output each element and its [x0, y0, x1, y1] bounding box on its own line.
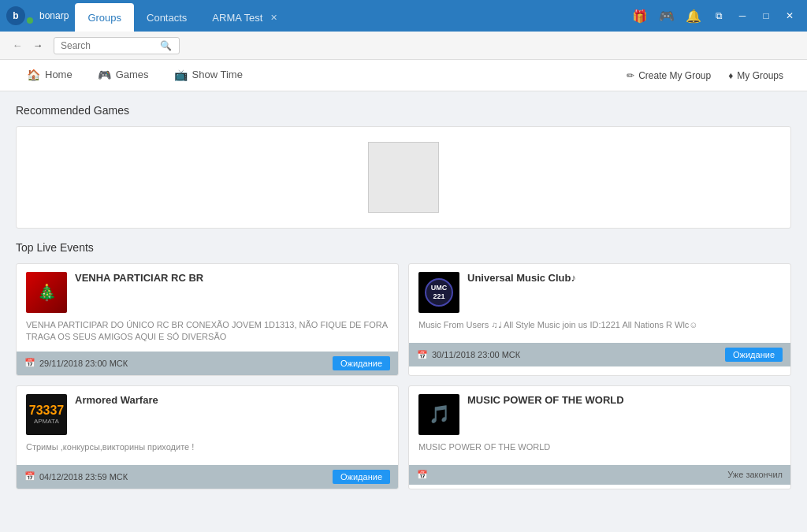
calendar-icon-3: 📅	[417, 470, 428, 480]
my-groups-icon: ♦	[728, 70, 733, 81]
event-header-2: 73337 АРМАТА Armored Warfare	[26, 394, 389, 435]
group-nav-right: ✏ Create My Group ♦ My Groups	[619, 65, 791, 87]
create-group-button[interactable]: ✏ Create My Group	[619, 65, 719, 87]
tab-groups[interactable]: Groups	[75, 3, 134, 32]
calendar-icon-2: 📅	[24, 471, 35, 482]
armored-sub: АРМАТА	[34, 418, 59, 425]
top-live-events-title: Top Live Events	[16, 241, 791, 254]
event-wait-button-1[interactable]: Ожидание	[725, 348, 783, 362]
status-dot	[27, 17, 33, 24]
event-desc-3: MUSIC POWER OF THE WORLD	[418, 441, 781, 453]
event-card-2: 73337 АРМАТА Armored Warfare Стримы ,кон…	[16, 385, 399, 489]
back-button[interactable]: ←	[8, 36, 27, 55]
gnav-showtime[interactable]: 📺 Show Time	[163, 60, 254, 91]
title-bar: b bonarp Groups Contacts ARMA Test ✕ 🎁 🎮…	[0, 0, 807, 32]
event-ended-label: Уже закончил	[727, 470, 783, 479]
event-date-text-2: 04/12/2018 23:59 МСК	[39, 472, 128, 482]
my-groups-label: My Groups	[737, 70, 783, 81]
event-title-1: Universal Music Club♪	[467, 272, 576, 284]
event-thumb-2: 73337 АРМАТА	[26, 394, 67, 435]
calendar-icon-1: 📅	[417, 350, 428, 360]
event-card-body-3: 🎵 MUSIC POWER OF THE WORLD MUSIC POWER O…	[409, 386, 790, 465]
search-input[interactable]	[61, 40, 155, 51]
events-grid: VENHA PARTICIAR RC BR VENHA PARTICIPAR D…	[16, 263, 791, 489]
recommended-games-banner	[16, 126, 791, 229]
gnav-home-label: Home	[45, 69, 73, 80]
event-title-0: VENHA PARTICIAR RC BR	[75, 272, 203, 284]
event-date-1: 📅 30/11/2018 23:00 МСК	[417, 350, 520, 360]
avatar: b	[6, 6, 25, 25]
event-wait-button-0[interactable]: Ожидание	[333, 356, 390, 370]
nav-arrows: ← →	[8, 36, 47, 55]
event-footer-3: 📅 Уже закончил	[409, 465, 790, 485]
music-inner: 🎵	[429, 404, 450, 425]
event-card-3: 🎵 MUSIC POWER OF THE WORLD MUSIC POWER O…	[408, 385, 791, 489]
event-info-2: Armored Warfare	[75, 394, 158, 409]
gamepad-icon[interactable]: 🎮	[659, 9, 675, 24]
tab-groups-label: Groups	[87, 12, 121, 24]
event-header-1: UMC221 Universal Music Club♪	[418, 272, 781, 313]
event-title-2: Armored Warfare	[75, 394, 158, 406]
event-date-text-1: 30/11/2018 23:00 МСК	[432, 350, 520, 359]
calendar-icon-0: 📅	[24, 358, 35, 368]
my-groups-button[interactable]: ♦ My Groups	[720, 65, 791, 87]
recommended-games-title: Recommended Games	[16, 104, 791, 117]
title-bar-icons: 🎁 🎮 🔔	[632, 9, 701, 24]
minimize-button[interactable]: ─	[731, 5, 753, 27]
bell-icon[interactable]: 🔔	[686, 9, 701, 24]
event-date-2: 📅 04/12/2018 23:59 МСК	[24, 471, 128, 482]
username: bonarp	[39, 10, 69, 21]
event-thumb-3: 🎵	[418, 394, 459, 435]
event-card-body-2: 73337 АРМАТА Armored Warfare Стримы ,кон…	[17, 386, 398, 465]
umc-text: UMC221	[431, 284, 448, 301]
window-controls: ⧉ ─ □ ✕	[708, 5, 801, 27]
event-desc-1: Music From Users ♫♩ All Style Music join…	[418, 319, 781, 331]
games-icon: 🎮	[98, 69, 111, 81]
search-icon: 🔍	[160, 40, 172, 51]
gnav-games[interactable]: 🎮 Games	[87, 60, 160, 91]
event-date-text-0: 29/11/2018 23:00 МСК	[39, 359, 128, 368]
event-header-3: 🎵 MUSIC POWER OF THE WORLD	[418, 394, 781, 435]
tab-close-icon[interactable]: ✕	[270, 13, 277, 23]
event-footer-2: 📅 04/12/2018 23:59 МСК Ожидание	[17, 465, 398, 489]
restore-button[interactable]: ⧉	[708, 5, 730, 27]
event-card-1: UMC221 Universal Music Club♪ Music From …	[408, 263, 791, 376]
home-icon: 🏠	[27, 69, 40, 81]
tab-bar: Groups Contacts ARMA Test ✕	[75, 0, 632, 32]
gnav-showtime-label: Show Time	[192, 69, 243, 80]
search-bar[interactable]: 🔍	[54, 37, 180, 54]
event-footer-1: 📅 30/11/2018 23:00 МСК Ожидание	[409, 343, 790, 366]
close-button[interactable]: ✕	[779, 5, 801, 27]
gnav-games-label: Games	[116, 69, 149, 80]
gift-icon[interactable]: 🎁	[632, 9, 648, 24]
event-header-0: VENHA PARTICIAR RC BR	[26, 272, 389, 313]
event-card-body-1: UMC221 Universal Music Club♪ Music From …	[409, 264, 790, 343]
content-area: Recommended Games Top Live Events VENHA …	[0, 91, 807, 532]
create-group-icon: ✏	[627, 70, 634, 81]
group-nav-left: 🏠 Home 🎮 Games 📺 Show Time	[16, 60, 619, 91]
forward-button[interactable]: →	[28, 36, 47, 55]
event-date-0: 📅 29/11/2018 23:00 МСК	[24, 358, 128, 368]
event-thumb-1: UMC221	[418, 272, 459, 313]
group-nav: 🏠 Home 🎮 Games 📺 Show Time ✏ Create My G…	[0, 60, 807, 91]
nav-bar: ← → 🔍	[0, 32, 807, 60]
event-card-body-0: VENHA PARTICIAR RC BR VENHA PARTICIPAR D…	[17, 264, 398, 352]
showtime-icon: 📺	[174, 69, 188, 81]
tab-armatest-label: ARMA Test	[212, 12, 262, 24]
banner-image	[368, 142, 439, 213]
tab-contacts[interactable]: Contacts	[134, 3, 199, 32]
umc-circle: UMC221	[425, 278, 453, 307]
title-bar-left: b bonarp	[6, 6, 69, 25]
gnav-home[interactable]: 🏠 Home	[16, 60, 84, 91]
tab-armatest[interactable]: ARMA Test ✕	[199, 3, 290, 32]
event-thumb-0	[26, 272, 67, 313]
event-info-0: VENHA PARTICIAR RC BR	[75, 272, 203, 287]
event-date-3: 📅	[417, 470, 428, 480]
maximize-button[interactable]: □	[755, 5, 777, 27]
event-info-1: Universal Music Club♪	[467, 272, 576, 287]
event-wait-button-2[interactable]: Ожидание	[333, 470, 390, 484]
event-info-3: MUSIC POWER OF THE WORLD	[467, 394, 624, 409]
armored-text: 73337	[29, 404, 65, 418]
create-group-label: Create My Group	[638, 70, 711, 81]
event-desc-0: VENHA PARTICIPAR DO ÚNICO RC BR CONEXÃO …	[26, 319, 389, 344]
